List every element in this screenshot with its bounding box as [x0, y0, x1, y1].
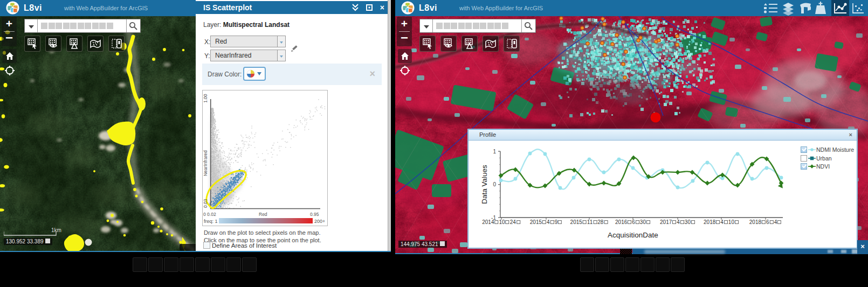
svg-text:0: 0 — [493, 181, 496, 187]
svg-text:1.00: 1.00 — [203, 94, 208, 103]
svg-text:1: 1 — [493, 149, 496, 155]
svg-text:0.95: 0.95 — [310, 212, 319, 217]
svg-text:Red: Red — [259, 212, 267, 217]
svg-text:NearInfrared: NearInfrared — [203, 150, 208, 176]
svg-text:200+: 200+ — [314, 219, 325, 224]
svg-text:0 0.02: 0 0.02 — [203, 212, 216, 217]
svg-text:0.03: 0.03 — [203, 199, 208, 208]
svg-text:freq: 1: freq: 1 — [204, 219, 218, 224]
